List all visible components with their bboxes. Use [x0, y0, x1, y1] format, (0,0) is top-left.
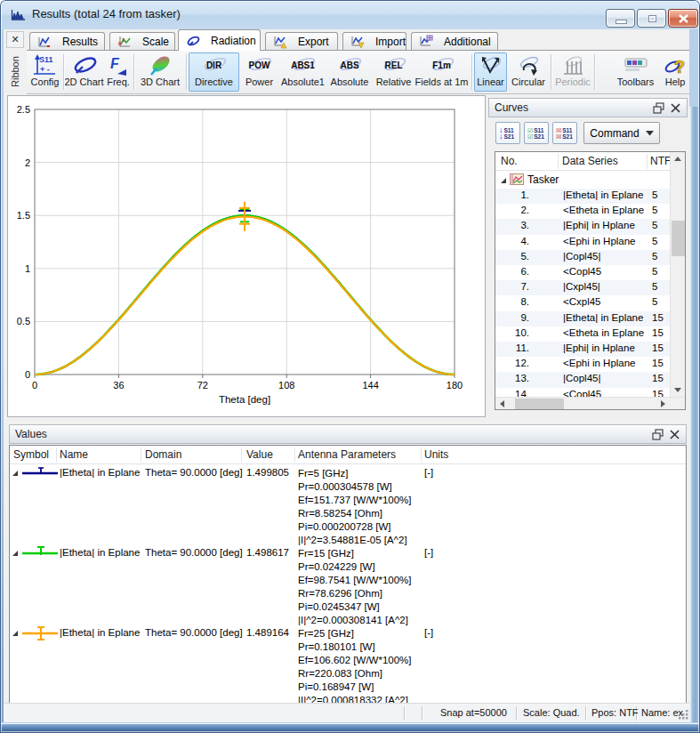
- tab-export[interactable]: Export: [265, 32, 338, 50]
- column-header-no[interactable]: No.: [501, 155, 518, 167]
- curve-row[interactable]: 8.<Cxpl455: [495, 295, 670, 310]
- column-header-name[interactable]: Name: [60, 448, 88, 461]
- ribbon-button-2d-chart[interactable]: 2D Chart: [65, 52, 103, 92]
- column-header-antennaparameters[interactable]: Antenna Parameters: [298, 448, 396, 461]
- ribbon-button-toolbars[interactable]: Toolbars: [613, 52, 658, 92]
- curves-table[interactable]: No.Data SeriesNTFTasker1.|Etheta| in Epl…: [495, 151, 686, 410]
- ribbon-button-directive[interactable]: DIRDirective: [189, 52, 239, 92]
- svg-text:?: ?: [674, 57, 685, 77]
- curve-row[interactable]: 6.<Copl455: [495, 265, 670, 280]
- radiation-icon: [186, 34, 201, 48]
- s11-s21-plot-button[interactable]: ↓S11↓S21: [495, 122, 520, 144]
- resize-grip-icon[interactable]: [679, 710, 689, 721]
- close-panel-icon[interactable]: [669, 429, 680, 440]
- ribbon-group-separator: [594, 54, 595, 90]
- s11-s21-remove-button[interactable]: ☒S11☒S21: [552, 122, 577, 144]
- values-panel-title: Values: [15, 428, 47, 440]
- scroll-down-icon[interactable]: [674, 388, 681, 392]
- vertical-scrollbar[interactable]: [670, 152, 685, 397]
- command-dropdown[interactable]: Command: [583, 122, 660, 144]
- close-button[interactable]: [668, 9, 698, 28]
- ribbon-button-linear[interactable]: Linear: [474, 52, 507, 92]
- scroll-right-icon[interactable]: [661, 400, 665, 407]
- tab-radiation[interactable]: Radiation: [178, 29, 261, 51]
- ribbon-button-power[interactable]: POWPower: [240, 52, 278, 92]
- ribbon-close-button[interactable]: ✕: [6, 31, 24, 48]
- curve-row[interactable]: 2.<Etheta in Eplane5: [495, 204, 670, 219]
- svg-text:1: 1: [25, 263, 30, 274]
- curve-row[interactable]: 10.<Etheta in Eplane15: [495, 326, 670, 342]
- tab-import[interactable]: Import: [342, 32, 406, 50]
- values-row[interactable]: |Etheta| in EplaneTheta= 90.0000 [deg]1.…: [10, 544, 686, 624]
- float-panel-icon[interactable]: [653, 102, 664, 114]
- minimize-button[interactable]: [606, 9, 635, 28]
- tree-expander-icon[interactable]: [12, 551, 18, 556]
- ribbon-button-fields-at-1m[interactable]: F1mFields at 1m: [415, 52, 468, 92]
- float-panel-icon[interactable]: [652, 429, 664, 440]
- ribbon-button-help[interactable]: ?Help: [658, 52, 692, 92]
- tree-expander-icon[interactable]: [12, 471, 18, 476]
- column-header-value[interactable]: Value: [246, 448, 273, 461]
- values-panel-header[interactable]: Values: [9, 424, 687, 444]
- values-row[interactable]: |Etheta| in EplaneTheta= 90.0000 [deg]1.…: [10, 464, 686, 544]
- ribbon-button-periodic[interactable]: Periodic: [552, 52, 593, 92]
- tree-expander-icon[interactable]: [12, 631, 18, 636]
- curve-row[interactable]: 3.|Ephi| in Hplane5: [495, 219, 670, 234]
- chart-panel[interactable]: 0367210814418000.511.522.5Theta [deg]: [7, 95, 486, 417]
- tree-expander-icon[interactable]: [501, 178, 506, 183]
- curve-no: 7.: [497, 281, 529, 292]
- column-header-domain[interactable]: Domain: [145, 448, 181, 461]
- curve-row[interactable]: 9.|Etheta| in Eplane15: [495, 311, 670, 326]
- curve-row[interactable]: 1.|Etheta| in Eplane5: [495, 189, 670, 204]
- column-header-units[interactable]: Units: [424, 448, 448, 461]
- curves-panel-header[interactable]: Curves: [488, 98, 688, 117]
- close-panel-icon[interactable]: [670, 102, 681, 114]
- value-number: 1.499805: [246, 467, 289, 478]
- ribbon-button-circular[interactable]: Circular: [508, 52, 549, 92]
- maximize-button[interactable]: [637, 9, 666, 28]
- curve-row[interactable]: 5.|Copl45|5: [495, 250, 670, 265]
- curve-ntf: 5: [652, 189, 657, 200]
- value-domain: Theta= 90.0000 [deg]: [145, 627, 243, 638]
- tab-results[interactable]: Results: [29, 32, 105, 50]
- tab-additional[interactable]: Additional: [411, 32, 498, 50]
- column-header-ntf[interactable]: NTF: [650, 155, 671, 167]
- svg-text:Theta [deg]: Theta [deg]: [219, 394, 270, 405]
- svg-text:36: 36: [113, 380, 124, 391]
- status-item: Scale: Quad.: [523, 707, 580, 718]
- values-table[interactable]: SymbolNameDomainValueAntenna ParametersU…: [9, 445, 687, 703]
- ribbon-button-freq-[interactable]: FFreq.: [103, 52, 133, 92]
- status-item: Snap at=50000: [440, 707, 507, 718]
- curve-row[interactable]: 7.|Cxpl45|5: [495, 280, 670, 295]
- ribbon-toolbar: S11+ -Config2D ChartFFreq.3D ChartDIRDir…: [27, 51, 689, 94]
- curve-row[interactable]: 13.|Copl45|15: [495, 372, 670, 387]
- value-units: [-]: [424, 627, 433, 638]
- values-row[interactable]: |Etheta| in EplaneTheta= 90.0000 [deg]1.…: [10, 624, 686, 703]
- ribbon-button-absolute1[interactable]: ABS1Absolute1: [278, 52, 327, 92]
- ribbon-button-config[interactable]: S11+ -Config: [27, 52, 63, 92]
- antenna-parameter-line: Fr=15 [GHz]: [298, 547, 412, 560]
- tab-label: Additional: [444, 36, 491, 48]
- scroll-thumb[interactable]: [515, 399, 564, 409]
- ribbon-button-3d-chart[interactable]: 3D Chart: [135, 52, 185, 92]
- 3d-chart-icon: [136, 53, 184, 77]
- tab-label: Import: [375, 36, 406, 48]
- scroll-left-icon[interactable]: [500, 400, 504, 407]
- curve-row[interactable]: 12.<Ephi in Hplane15: [495, 357, 670, 372]
- scroll-up-icon[interactable]: [674, 157, 681, 161]
- scroll-thumb[interactable]: [672, 221, 685, 256]
- close-icon: [669, 10, 699, 28]
- ribbon-button-relative[interactable]: RELRelative: [373, 52, 414, 92]
- tab-scale[interactable]: 10Scale: [109, 32, 175, 50]
- curves-group-row[interactable]: Tasker: [495, 173, 670, 188]
- antenna-parameter-line: Pi=0.000200728 [W]: [298, 520, 412, 534]
- 2d-chart-icon: [66, 53, 102, 77]
- curve-no: 13.: [497, 373, 529, 383]
- curve-row[interactable]: 11.|Ephi| in Hplane15: [495, 342, 670, 357]
- column-header-dataseries[interactable]: Data Series: [562, 155, 618, 167]
- s11-s21-select-button[interactable]: ☑S11☑S21: [524, 122, 549, 144]
- ribbon-button-absolute[interactable]: ABSAbsolute: [327, 52, 372, 92]
- curve-row[interactable]: 4.<Ephi in Hplane5: [495, 235, 670, 250]
- horizontal-scrollbar[interactable]: [495, 397, 685, 409]
- column-header-symbol[interactable]: Symbol: [13, 448, 49, 461]
